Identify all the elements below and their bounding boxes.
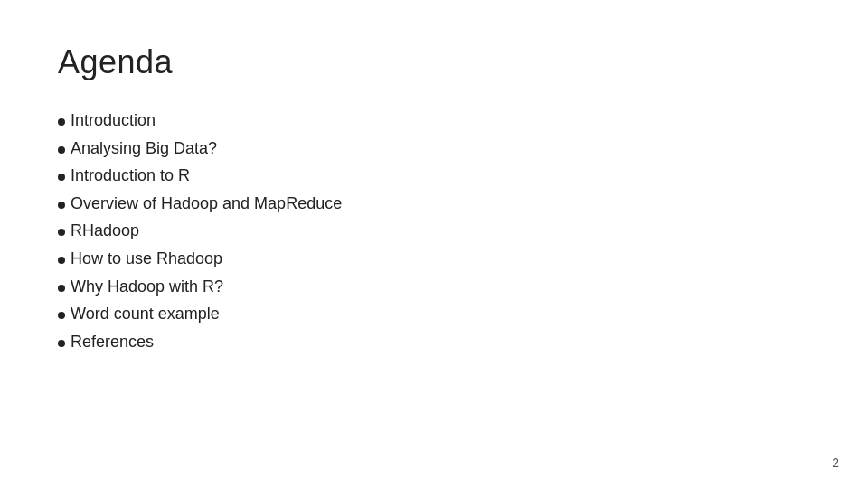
bullet-icon (58, 202, 65, 209)
bullet-icon (58, 340, 65, 347)
list-item-label: References (71, 328, 154, 356)
bullet-icon (58, 312, 65, 319)
list-item: Word count example (58, 300, 810, 328)
list-item: Introduction (58, 107, 810, 135)
bullet-icon (58, 257, 65, 264)
bullet-icon (58, 229, 65, 236)
list-item-label: RHadoop (71, 217, 139, 245)
page-number: 2 (832, 455, 839, 470)
list-item: Analysing Big Data? (58, 135, 810, 163)
list-item-label: Overview of Hadoop and MapReduce (71, 190, 342, 218)
slide: Agenda IntroductionAnalysing Big Data?In… (0, 0, 868, 488)
list-item-label: Introduction (71, 107, 156, 135)
list-item-label: Why Hadoop with R? (71, 273, 223, 301)
list-item: Overview of Hadoop and MapReduce (58, 190, 810, 218)
list-item-label: Analysing Big Data? (71, 135, 217, 163)
bullet-icon (58, 174, 65, 181)
agenda-list: IntroductionAnalysing Big Data?Introduct… (58, 107, 810, 355)
list-item: RHadoop (58, 217, 810, 245)
bullet-icon (58, 146, 65, 154)
bullet-icon (58, 118, 65, 126)
list-item-label: How to use Rhadoop (71, 245, 222, 273)
list-item: References (58, 328, 810, 356)
list-item-label: Introduction to R (71, 162, 190, 190)
list-item: Introduction to R (58, 162, 810, 190)
slide-title: Agenda (58, 43, 810, 81)
list-item: How to use Rhadoop (58, 245, 810, 273)
bullet-icon (58, 285, 65, 292)
list-item-label: Word count example (71, 300, 220, 328)
list-item: Why Hadoop with R? (58, 273, 810, 301)
